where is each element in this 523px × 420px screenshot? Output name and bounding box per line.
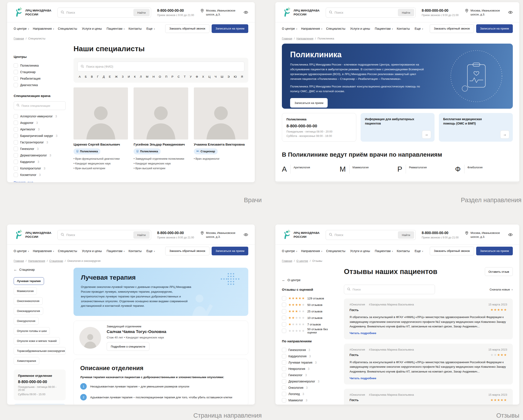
search-input[interactable]: [335, 233, 396, 237]
spec-filter-checkbox[interactable]: Андролог3: [14, 120, 66, 126]
nav-item[interactable]: Специалисты: [326, 27, 346, 30]
nav-item[interactable]: О центре∨: [282, 249, 297, 253]
search-input[interactable]: [66, 233, 131, 237]
checkbox[interactable]: [14, 160, 18, 164]
direction-filter-checkbox[interactable]: Гинекология3: [282, 347, 336, 353]
direction-item[interactable]: А Аритмология: [282, 165, 340, 173]
checkbox[interactable]: [282, 322, 286, 327]
direction-item[interactable]: Р Ревматология: [397, 165, 455, 173]
direction-menu-item[interactable]: Онкокардиология: [14, 307, 43, 315]
alphabet-letter[interactable]: Ш: [221, 75, 223, 78]
direction-menu-item[interactable]: Маммология: [14, 287, 37, 295]
read-more-link[interactable]: Читать подробнее: [350, 377, 376, 380]
checkbox[interactable]: [282, 348, 286, 352]
checkbox[interactable]: [14, 127, 18, 132]
logo[interactable]: ЛРЦ МИНЗДРАВАРОССИИ: [282, 230, 320, 240]
checkbox[interactable]: [282, 296, 286, 300]
phone-number[interactable]: 8-800-000-00-00: [422, 8, 459, 13]
hero-appointment-button[interactable]: Записаться на прием: [290, 98, 328, 107]
back-link[interactable]: ← О центре: [282, 278, 336, 282]
checkbox[interactable]: [14, 76, 18, 81]
alphabet-letter[interactable]: С: [178, 75, 180, 78]
direction-link[interactable]: Аритмология: [290, 165, 340, 173]
search-input[interactable]: [335, 11, 396, 14]
rating-filter-checkbox[interactable]: ★★★★★ 50 отзывов: [282, 302, 336, 308]
direction-menu-item[interactable]: Онкоурология: [14, 317, 39, 325]
doctor-card[interactable]: Царенко Сергей Васильевич Поликлиника • …: [74, 87, 128, 171]
appointment-button[interactable]: Записаться на прием: [212, 247, 248, 255]
callback-button[interactable]: Заказать обратный звонок: [430, 247, 474, 255]
alphabet-letter[interactable]: Н: [152, 75, 155, 78]
breadcrumb-item[interactable]: Направления: [292, 37, 313, 40]
phone-block[interactable]: 8-800-000-00-00 Прием звонков с 9:00 до …: [422, 231, 459, 239]
checkbox[interactable]: [282, 379, 286, 384]
phone-block[interactable]: 8-800-000-00-00 Прием звонков с 9:00 до …: [157, 8, 194, 17]
alphabet-letter[interactable]: У: [190, 75, 192, 78]
checkbox[interactable]: [14, 140, 18, 144]
logo[interactable]: ЛРЦ МИНЗДРАВАРОССИИ: [14, 230, 51, 240]
address-block[interactable]: Москва, Иваньковское шоссе, д.3.: [200, 9, 237, 16]
address-block[interactable]: Москва, Иваньковское шоссе, д.3.: [200, 231, 237, 239]
doctor-name[interactable]: Гусейнов Эльдар Ражидинович: [134, 142, 188, 146]
alphabet-letter[interactable]: О: [159, 75, 161, 78]
rating-filter-checkbox[interactable]: ★★★★★ 7 отзывов: [282, 321, 336, 328]
review-tag[interactable]: #Онкология: [350, 393, 365, 396]
nav-item[interactable]: Контакты: [397, 27, 411, 30]
center-filter-checkbox[interactable]: Поликлиника: [14, 62, 66, 69]
spec-filter-checkbox[interactable]: Гастроэнтеролог3: [14, 139, 66, 146]
checkbox[interactable]: [14, 134, 18, 138]
alphabet-letter[interactable]: Ю: [234, 75, 237, 78]
callback-button[interactable]: Заказать обратный звонок: [165, 247, 209, 255]
contact-card-phone[interactable]: 8-800-000-00-00: [286, 124, 352, 128]
alphabet-letter[interactable]: З: [122, 75, 124, 78]
nav-item[interactable]: Услуги и цены: [350, 27, 371, 30]
show-more-link[interactable]: Показать еще: [14, 181, 33, 182]
rating-filter-checkbox[interactable]: ★★★★★ 50 отзывов без оценки: [282, 328, 336, 334]
breadcrumb-item[interactable]: Специалисты: [24, 37, 46, 40]
checkbox[interactable]: [14, 121, 18, 125]
nav-item[interactable]: Специалисты: [326, 249, 346, 253]
breadcrumb-item[interactable]: Главная: [14, 37, 24, 40]
address-block[interactable]: Москва, Иваньковское шоссе, д.3.: [465, 9, 502, 16]
read-more-link[interactable]: Читать подробнее: [350, 331, 376, 335]
nav-item[interactable]: Направления∨: [301, 27, 322, 30]
info-link-card[interactable]: Информация для амбулаторных пациентов →: [360, 113, 434, 142]
leave-review-button[interactable]: Оставить отзыв: [485, 267, 513, 276]
direction-menu-item[interactable]: Химиотерапия: [14, 357, 39, 365]
checkbox[interactable]: [14, 70, 18, 74]
alphabet-letter[interactable]: Ч: [215, 75, 217, 78]
alphabet-letter[interactable]: Ц: [208, 75, 210, 78]
checkbox[interactable]: [282, 386, 286, 390]
alphabet-letter[interactable]: И: [128, 75, 130, 78]
nav-item[interactable]: Направления∨: [33, 27, 54, 30]
direction-link[interactable]: Флебология: [464, 165, 513, 173]
rating-filter-checkbox[interactable]: ★★★★★ 25 отзывов: [282, 308, 336, 314]
alphabet-letter[interactable]: Ж: [115, 75, 117, 78]
phone-number[interactable]: 8-800-000-00-00: [157, 231, 194, 235]
center-filter-checkbox[interactable]: Реабилитация: [14, 75, 66, 82]
search-input[interactable]: [66, 11, 131, 14]
breadcrumb-item[interactable]: Отзывы: [308, 259, 322, 263]
rating-filter-checkbox[interactable]: ★★★★★ 10 отзывов: [282, 314, 336, 321]
checkbox[interactable]: [282, 329, 286, 333]
nav-item[interactable]: Еще∨: [146, 249, 155, 253]
appointment-button[interactable]: Записаться на прием: [476, 24, 513, 33]
alphabet-letter[interactable]: Г: [97, 75, 98, 78]
arrow-right-icon[interactable]: →: [422, 130, 431, 139]
nav-item[interactable]: Еще∨: [415, 249, 423, 253]
nav-item[interactable]: Направления∨: [33, 249, 54, 253]
phone-block[interactable]: 8-800-000-00-00 Прием звонков с 9:00 до …: [422, 8, 459, 17]
direction-filter-checkbox[interactable]: Лучевая терапия3: [282, 359, 336, 366]
direction-menu-item[interactable]: Лучевая терапия: [14, 277, 44, 285]
breadcrumb-item[interactable]: Главная: [282, 37, 292, 40]
phone-number[interactable]: 8-800-000-00-00: [422, 231, 459, 235]
direction-filter-checkbox[interactable]: Логопед3: [282, 391, 336, 397]
nav-item[interactable]: Контакты: [397, 249, 411, 253]
alphabet-letter[interactable]: П: [165, 75, 167, 78]
direction-filter-checkbox[interactable]: Дерматовенеролог3: [282, 378, 336, 384]
doctor-search-input[interactable]: [86, 65, 241, 68]
nav-item[interactable]: Пациентам∨: [375, 27, 393, 30]
checkbox[interactable]: [14, 153, 18, 157]
search-find-button[interactable]: Найти: [133, 231, 150, 239]
alphabet-letter[interactable]: Х: [202, 75, 204, 78]
